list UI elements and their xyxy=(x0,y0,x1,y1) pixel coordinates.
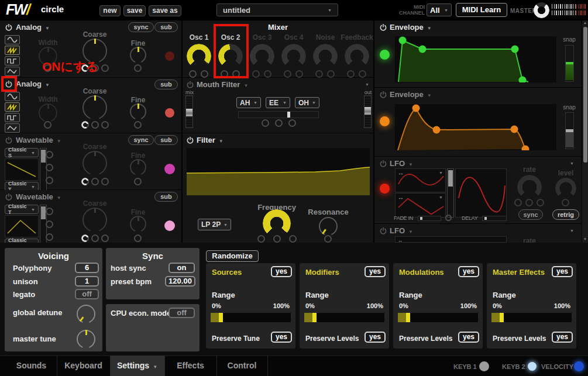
power-icon[interactable] xyxy=(186,81,194,89)
keyb1-indicator[interactable] xyxy=(479,361,489,371)
midi-learn-button[interactable]: MIDI Learn xyxy=(456,3,507,17)
mod-slot[interactable] xyxy=(81,64,89,72)
power-icon[interactable] xyxy=(5,136,13,144)
global-detune-knob[interactable] xyxy=(77,305,95,323)
mod-slot[interactable] xyxy=(257,235,265,243)
mod-slot[interactable] xyxy=(284,70,291,78)
wavetable-bottom-select[interactable]: Classic T▼ xyxy=(5,239,39,243)
wave-tri-button[interactable] xyxy=(5,67,20,76)
mod-slot[interactable] xyxy=(134,64,142,72)
tab-effects[interactable]: Effects xyxy=(164,356,216,376)
mod-slot[interactable] xyxy=(134,234,142,242)
mix-slider[interactable] xyxy=(185,95,193,128)
envelope2-title[interactable]: Envelope▼ xyxy=(390,90,432,99)
osc2-title[interactable]: Analog▼ xyxy=(16,80,50,88)
mod-slot[interactable] xyxy=(295,70,303,78)
power-icon[interactable] xyxy=(5,193,13,201)
envelope1-display[interactable] xyxy=(395,36,556,82)
mod-slot[interactable] xyxy=(91,121,99,129)
osc2-mod-source-dot[interactable] xyxy=(165,108,174,118)
mod-slot[interactable] xyxy=(46,233,53,241)
mod-slot[interactable] xyxy=(514,199,522,206)
envelope2-mod-source-dot[interactable] xyxy=(380,116,390,126)
fade-in-slider[interactable] xyxy=(418,216,441,221)
wave-saw-button[interactable] xyxy=(5,102,20,112)
tab-sounds[interactable]: Sounds xyxy=(6,356,57,376)
main-scrollbar[interactable]: ▲ ▼ xyxy=(582,20,588,243)
collapse-chevron-icon[interactable]: ▼ xyxy=(570,229,574,233)
filter-title[interactable]: Filter▼ xyxy=(197,136,223,144)
snap-slider[interactable] xyxy=(565,112,574,149)
osc1-title[interactable]: Analog▼ xyxy=(16,23,50,32)
mod-slot[interactable] xyxy=(445,215,452,221)
vowel1-select[interactable]: AH▼ xyxy=(236,97,261,108)
mod-slot[interactable] xyxy=(201,70,208,78)
wavetable-top-select[interactable]: Classic S▼ xyxy=(5,148,39,157)
width-knob[interactable] xyxy=(39,104,57,122)
osc1-mod-source-dot[interactable] xyxy=(165,51,174,61)
frequency-knob[interactable] xyxy=(263,209,291,237)
mixer-osc2-knob[interactable] xyxy=(218,44,243,68)
mod-slot[interactable] xyxy=(101,121,109,129)
power-icon[interactable] xyxy=(5,23,13,32)
modulations-yes-toggle[interactable]: yes xyxy=(458,266,479,277)
mixer-osc4-knob[interactable] xyxy=(281,44,306,68)
osc3-title[interactable]: Wavetable▼ xyxy=(16,136,61,144)
mod-slot[interactable] xyxy=(262,119,269,127)
master-effects-yes-toggle[interactable]: yes xyxy=(552,266,573,277)
scroll-down-icon[interactable]: ▼ xyxy=(582,237,588,241)
lfo-morph-slider[interactable] xyxy=(447,168,454,218)
preserve-yes-toggle[interactable]: yes xyxy=(552,332,573,343)
fine-knob[interactable] xyxy=(130,159,146,175)
osc3-sub-button[interactable]: sub xyxy=(154,135,178,145)
rate-knob[interactable] xyxy=(517,175,542,199)
mod-slot[interactable] xyxy=(189,70,197,78)
envelope1-mod-source-dot[interactable] xyxy=(380,50,390,60)
power-icon[interactable] xyxy=(186,136,194,144)
coarse-knob[interactable] xyxy=(82,39,107,63)
osc4-mod-source-dot[interactable] xyxy=(164,220,175,231)
fine-knob[interactable] xyxy=(130,47,146,63)
mod-slot[interactable] xyxy=(81,121,89,129)
wave-tri-button[interactable] xyxy=(5,123,20,133)
osc3-sync-button[interactable]: sync xyxy=(128,135,154,145)
mod-slot[interactable] xyxy=(347,70,355,78)
mixer-osc1-knob[interactable] xyxy=(187,44,211,68)
mod-slot[interactable] xyxy=(101,178,109,185)
sources-yes-toggle[interactable]: yes xyxy=(271,266,292,277)
wave-sine-button[interactable] xyxy=(5,92,20,101)
lfo-wave-b-selector[interactable]: ↔ ▼ xyxy=(395,193,446,218)
mod-slot[interactable] xyxy=(289,235,297,243)
master-knob[interactable] xyxy=(534,2,549,18)
mod-slot[interactable] xyxy=(91,234,99,242)
mod-slot[interactable] xyxy=(315,70,323,78)
scroll-up-icon[interactable]: ▲ xyxy=(582,21,588,25)
master-tune-knob[interactable] xyxy=(77,330,95,349)
preset-bpm-value[interactable]: 120.00 xyxy=(165,276,195,287)
mod-slot[interactable] xyxy=(273,235,281,243)
scrollbar-thumb[interactable] xyxy=(583,27,587,163)
mod-slot[interactable] xyxy=(264,70,271,78)
envelope2-display[interactable] xyxy=(395,104,556,150)
preserve-yes-toggle[interactable]: yes xyxy=(365,332,386,343)
lfo2-title[interactable]: LFO▼ xyxy=(390,226,413,235)
wave-pulse-button[interactable] xyxy=(5,56,20,65)
unison-value[interactable]: 1 xyxy=(75,276,99,287)
velocity-indicator[interactable] xyxy=(574,361,584,371)
preserve-yes-toggle[interactable]: yes xyxy=(271,332,292,343)
mod-slot[interactable] xyxy=(134,178,142,185)
mod-slot[interactable] xyxy=(101,64,109,72)
wave-sine-button[interactable] xyxy=(5,35,20,44)
lfo-sync-button[interactable]: sync xyxy=(518,209,543,220)
resonance-knob[interactable] xyxy=(319,217,338,236)
mod-slot[interactable] xyxy=(44,121,51,129)
osc4-sub-button[interactable]: sub xyxy=(154,192,178,202)
osc1-sub-button[interactable]: sub xyxy=(154,22,178,32)
modifiers-yes-toggle[interactable]: yes xyxy=(365,266,386,277)
new-button[interactable]: new xyxy=(99,5,121,16)
mod-slot[interactable] xyxy=(275,119,283,127)
vowel3-select[interactable]: OH▼ xyxy=(295,97,319,108)
power-icon[interactable] xyxy=(379,91,387,99)
mod-slot[interactable] xyxy=(327,70,335,78)
mod-slot[interactable] xyxy=(46,151,53,158)
